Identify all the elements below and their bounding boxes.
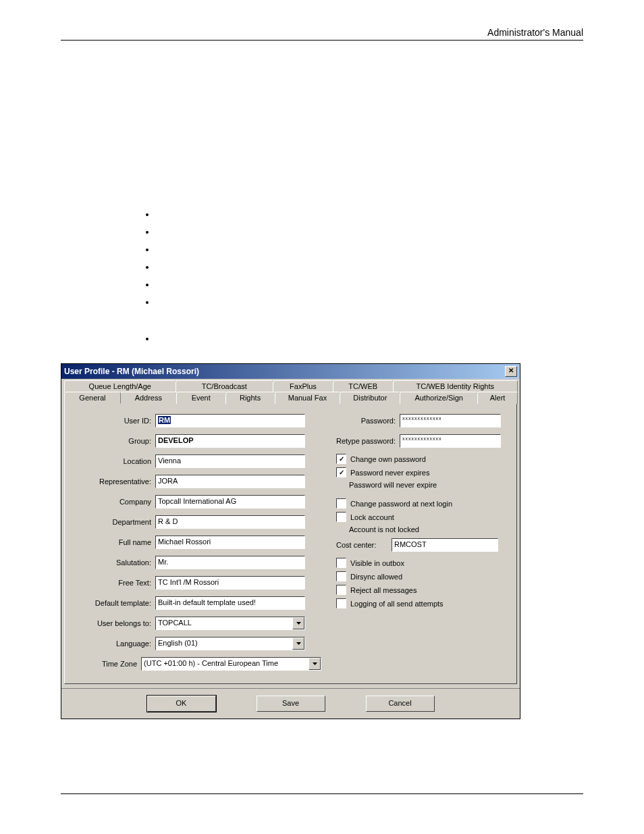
tab-general[interactable]: General (64, 392, 121, 404)
label-user-id: User ID: (72, 417, 155, 425)
checkbox-visible-outbox[interactable] (336, 558, 346, 568)
tab-tcweb[interactable]: TC/WEB (333, 380, 394, 392)
checkbox-change-next[interactable] (336, 498, 346, 509)
label-representative: Representative: (72, 477, 155, 486)
label-freetext: Free Text: (72, 579, 155, 587)
tab-tc-broadcast[interactable]: TC/Broadcast (176, 380, 274, 392)
checkbox-row-visible-outbox[interactable]: Visible in outbox (336, 558, 510, 568)
tab-event[interactable]: Event (176, 392, 226, 404)
checkbox-dirsync[interactable] (336, 571, 346, 581)
label-timezone: Time Zone (72, 660, 141, 668)
label-change-next: Change password at next login (350, 500, 452, 508)
save-button[interactable]: Save (257, 696, 325, 712)
checkbox-row-never-expires[interactable]: ✓ Password never expires (336, 467, 510, 477)
checkbox-row-dirsync[interactable]: Dirsync allowed (336, 571, 510, 581)
checkbox-row-logging[interactable]: Logging of all send attempts (336, 598, 510, 608)
window-title: User Profile - RM (Michael Rossori) (64, 367, 199, 376)
label-never-expires: Password never expires (350, 469, 429, 477)
input-freetext[interactable]: TC Int'l /M Rossori (155, 576, 305, 590)
tab-address[interactable]: Address (120, 392, 177, 404)
label-dirsync: Dirsync allowed (350, 573, 402, 581)
checkbox-change-own[interactable]: ✓ (336, 454, 346, 464)
label-visible-outbox: Visible in outbox (350, 559, 404, 567)
tab-tcweb-identity[interactable]: TC/WEB Identity Rights (393, 380, 518, 392)
tab-rights[interactable]: Rights (225, 392, 275, 404)
svg-marker-0 (296, 622, 301, 625)
input-representative[interactable]: JORA (155, 475, 305, 488)
page-header: Administrator's Manual (61, 27, 583, 38)
bullet-list (128, 209, 583, 343)
label-cost-center: Cost center: (328, 541, 392, 549)
checkbox-row-change-own[interactable]: ✓ Change own password (336, 454, 510, 464)
svg-marker-1 (296, 642, 301, 645)
select-language[interactable]: English (01) (155, 637, 305, 650)
label-default-template: Default template: (72, 599, 155, 607)
chevron-down-icon[interactable] (308, 658, 321, 670)
select-user-belongs[interactable]: TOPCALL (155, 617, 305, 630)
label-password: Password: (328, 417, 400, 425)
tab-alert[interactable]: Alert (477, 392, 518, 404)
label-user-belongs: User belongs to: (72, 619, 155, 627)
label-salutation: Salutation: (72, 558, 155, 567)
chevron-down-icon[interactable] (292, 617, 304, 629)
tab-row-front: General Address Event Rights Manual Fax … (64, 392, 517, 404)
checkbox-logging[interactable] (336, 598, 346, 608)
checkbox-never-expires[interactable]: ✓ (336, 467, 346, 477)
label-reject-all: Reject all messages (350, 586, 417, 594)
label-department: Department (72, 518, 155, 526)
chevron-down-icon[interactable] (292, 637, 304, 650)
title-bar: User Profile - RM (Michael Rossori) ✕ (61, 364, 520, 379)
tab-queue-length[interactable]: Queue Length/Age (64, 380, 176, 392)
ok-button[interactable]: OK (147, 696, 216, 712)
label-lock-account: Lock account (350, 513, 394, 521)
input-company[interactable]: Topcall International AG (155, 495, 305, 509)
tab-distributor[interactable]: Distributor (340, 392, 400, 404)
tab-authorize-sign[interactable]: Authorize/Sign (400, 392, 478, 404)
label-retype-password: Retype password: (328, 437, 400, 445)
label-group: Group: (72, 437, 155, 445)
checkbox-reject-all[interactable] (336, 585, 346, 595)
label-company: Company (72, 498, 155, 506)
label-logging: Logging of all send attempts (350, 600, 444, 608)
select-timezone[interactable]: (UTC +01:00 h) - Central European Time (141, 657, 321, 671)
input-password[interactable]: xxxxxxxxxxxxx (400, 414, 501, 427)
input-cost-center[interactable]: RMCOST (392, 538, 498, 552)
text-will-never-expire: Password will never expire (349, 481, 510, 489)
input-default-template[interactable]: Built-in default template used! (155, 596, 305, 610)
checkbox-row-reject-all[interactable]: Reject all messages (336, 585, 510, 595)
label-change-own: Change own password (350, 455, 426, 463)
label-fullname: Full name (72, 538, 155, 546)
text-account-not-locked: Account is not locked (349, 525, 510, 533)
tab-faxplus[interactable]: FaxPlus (273, 380, 333, 392)
svg-marker-2 (313, 662, 317, 665)
checkbox-row-change-next[interactable]: Change password at next login (336, 498, 510, 509)
checkbox-lock-account[interactable] (336, 512, 346, 522)
checkbox-row-lock-account[interactable]: Lock account (336, 512, 510, 522)
label-language: Language: (72, 640, 155, 648)
user-profile-dialog: User Profile - RM (Michael Rossori) ✕ Qu… (61, 363, 520, 719)
input-group[interactable]: DEVELOP (155, 434, 305, 448)
close-icon[interactable]: ✕ (505, 366, 517, 377)
tab-row-back: Queue Length/Age TC/Broadcast FaxPlus TC… (64, 380, 517, 392)
label-location: Location (72, 457, 155, 465)
input-salutation[interactable]: Mr. (155, 556, 305, 569)
input-user-id[interactable]: RM (155, 414, 305, 427)
cancel-button[interactable]: Cancel (366, 696, 435, 712)
input-location[interactable]: Vienna (155, 454, 305, 468)
tab-manual-fax[interactable]: Manual Fax (275, 392, 341, 404)
input-department[interactable]: R & D (155, 515, 305, 529)
input-fullname[interactable]: Michael Rossori (155, 536, 305, 549)
input-retype-password[interactable]: xxxxxxxxxxxxx (400, 434, 501, 448)
